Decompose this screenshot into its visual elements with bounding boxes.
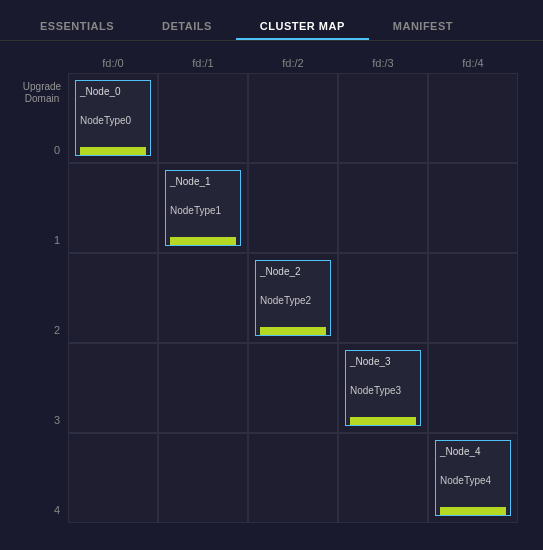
grid-cell-ud3-fd0: [68, 343, 158, 433]
node-bar: [80, 147, 146, 155]
ud-label-4: 4: [16, 465, 68, 550]
grid-cell-ud2-fd0: [68, 253, 158, 343]
grid-cell-ud0-fd4: [428, 73, 518, 163]
cluster-grid: UpgradeDomain 01234 fd:/0fd:/1fd:/2fd:/3…: [16, 55, 527, 550]
node-type: NodeType4: [440, 474, 506, 487]
grid-cell-ud4-fd1: [158, 433, 248, 523]
grid-cell-ud3-fd2: [248, 343, 338, 433]
grid-cell-ud3-fd3: _Node_3NodeType3: [338, 343, 428, 433]
node-bar: [350, 417, 416, 425]
grid-cell-ud1-fd3: [338, 163, 428, 253]
grid-cell-ud1-fd4: [428, 163, 518, 253]
grid-cell-ud1-fd2: [248, 163, 338, 253]
grid-cell-ud1-fd1: _Node_1NodeType1: [158, 163, 248, 253]
grid-row-4: _Node_4NodeType4: [68, 433, 527, 523]
grid-cell-ud2-fd3: [338, 253, 428, 343]
grid-cell-ud4-fd4: _Node_4NodeType4: [428, 433, 518, 523]
node-card-_Node_1[interactable]: _Node_1NodeType1: [165, 170, 241, 246]
grid-cell-ud2-fd1: [158, 253, 248, 343]
fd-header-fd:-0: fd:/0: [68, 55, 158, 73]
grid-cell-ud0-fd1: [158, 73, 248, 163]
fd-header-fd:-2: fd:/2: [248, 55, 338, 73]
ud-label-3: 3: [16, 375, 68, 465]
grid-row-3: _Node_3NodeType3: [68, 343, 527, 433]
grid-cell-ud0-fd3: [338, 73, 428, 163]
node-bar: [260, 327, 326, 335]
navigation: ESSENTIALSDETAILSCLUSTER MAPMANIFEST: [0, 14, 543, 41]
upgrade-domain-header: UpgradeDomain: [16, 81, 68, 105]
nav-item-details[interactable]: DETAILS: [138, 14, 236, 40]
fd-header-fd:-3: fd:/3: [338, 55, 428, 73]
node-card-_Node_2[interactable]: _Node_2NodeType2: [255, 260, 331, 336]
node-type: NodeType1: [170, 204, 236, 217]
grid-cell-ud2-fd4: [428, 253, 518, 343]
node-type: NodeType0: [80, 114, 146, 127]
node-name: _Node_2: [260, 265, 326, 278]
main-content: UpgradeDomain 01234 fd:/0fd:/1fd:/2fd:/3…: [0, 45, 543, 550]
node-name: _Node_3: [350, 355, 416, 368]
grid-row-0: _Node_0NodeType0: [68, 73, 527, 163]
grid-cell-ud4-fd3: [338, 433, 428, 523]
grid-cell-ud0-fd0: _Node_0NodeType0: [68, 73, 158, 163]
node-type: NodeType3: [350, 384, 416, 397]
grid-rows: _Node_0NodeType0_Node_1NodeType1_Node_2N…: [68, 73, 527, 523]
grid-cell-ud3-fd1: [158, 343, 248, 433]
node-bar: [170, 237, 236, 245]
node-name: _Node_4: [440, 445, 506, 458]
nav-item-manifest[interactable]: MANIFEST: [369, 14, 477, 40]
fd-header-fd:-1: fd:/1: [158, 55, 248, 73]
ud-label-1: 1: [16, 195, 68, 285]
upgrade-domain-column: UpgradeDomain 01234: [16, 55, 68, 550]
ud-label-2: 2: [16, 285, 68, 375]
node-type: NodeType2: [260, 294, 326, 307]
node-name: _Node_1: [170, 175, 236, 188]
ud-label-0: 0: [16, 105, 68, 195]
grid-cell-ud4-fd2: [248, 433, 338, 523]
grid-cell-ud2-fd2: _Node_2NodeType2: [248, 253, 338, 343]
fd-headers: fd:/0fd:/1fd:/2fd:/3fd:/4: [68, 55, 527, 73]
node-card-_Node_0[interactable]: _Node_0NodeType0: [75, 80, 151, 156]
fd-header-fd:-4: fd:/4: [428, 55, 518, 73]
grid-cell-ud1-fd0: [68, 163, 158, 253]
node-bar: [440, 507, 506, 515]
nav-item-cluster-map[interactable]: CLUSTER MAP: [236, 14, 369, 40]
grid-row-1: _Node_1NodeType1: [68, 163, 527, 253]
nav-item-essentials[interactable]: ESSENTIALS: [16, 14, 138, 40]
grid-main: fd:/0fd:/1fd:/2fd:/3fd:/4 _Node_0NodeTyp…: [68, 55, 527, 550]
node-name: _Node_0: [80, 85, 146, 98]
grid-row-2: _Node_2NodeType2: [68, 253, 527, 343]
grid-cell-ud4-fd0: [68, 433, 158, 523]
page-header: [0, 0, 543, 14]
grid-cell-ud3-fd4: [428, 343, 518, 433]
node-card-_Node_3[interactable]: _Node_3NodeType3: [345, 350, 421, 426]
node-card-_Node_4[interactable]: _Node_4NodeType4: [435, 440, 511, 516]
grid-cell-ud0-fd2: [248, 73, 338, 163]
